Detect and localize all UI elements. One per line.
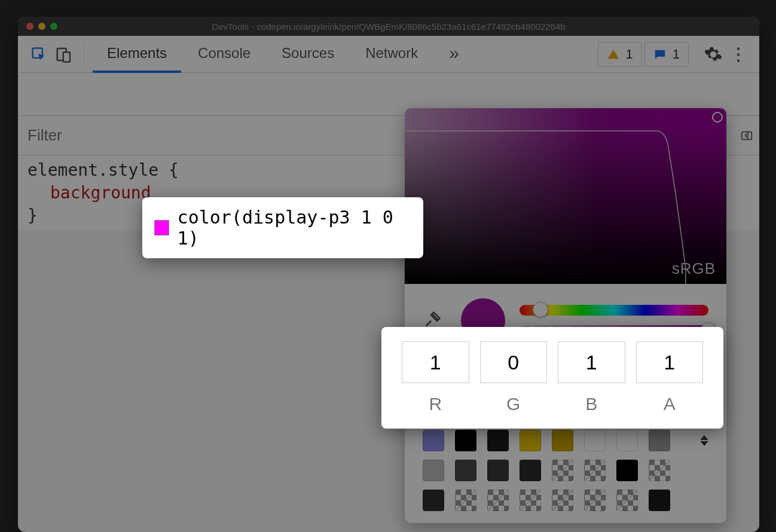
palette-swatch[interactable]: [487, 460, 509, 481]
svg-rect-3: [742, 132, 752, 139]
settings-icon[interactable]: [702, 45, 725, 64]
palette-swatch[interactable]: [616, 460, 638, 481]
palette-swatch[interactable]: [616, 490, 638, 511]
tab-elements[interactable]: Elements: [93, 36, 181, 73]
gamut-boundary: [405, 108, 726, 284]
palette-swatch[interactable]: [552, 460, 573, 481]
warnings-count: 1: [626, 47, 633, 62]
inspect-icon[interactable]: [28, 43, 50, 66]
g-input[interactable]: [480, 341, 548, 383]
css-property[interactable]: background: [28, 183, 151, 203]
color-swatch-icon[interactable]: [154, 220, 169, 236]
color-picker: sRGB: [405, 108, 726, 523]
palette-swatch[interactable]: [584, 430, 606, 451]
palette-swatch[interactable]: [649, 430, 670, 451]
palette-swatch[interactable]: [552, 490, 573, 511]
tabs-overflow[interactable]: »: [435, 36, 473, 73]
palette-swatch[interactable]: [487, 490, 509, 511]
tab-network[interactable]: Network: [351, 36, 432, 73]
palette-swatch[interactable]: [616, 430, 638, 451]
a-label: A: [664, 394, 676, 414]
minimize-icon[interactable]: [38, 23, 45, 30]
palette-swatch[interactable]: [552, 430, 573, 451]
r-label: R: [429, 394, 442, 414]
svg-rect-2: [63, 52, 70, 62]
spectrum-handle[interactable]: [712, 112, 723, 123]
window-title: DevTools - codepen.io/argyleink/pen/QWBg…: [18, 22, 759, 32]
palette-swatch[interactable]: [520, 430, 541, 451]
palette-swatch[interactable]: [520, 490, 541, 511]
palette-swatch[interactable]: [455, 460, 476, 481]
gamut-label: sRGB: [672, 259, 716, 278]
palette-row: [423, 460, 708, 481]
hue-thumb[interactable]: [533, 302, 548, 317]
palette-swatch[interactable]: [455, 490, 476, 511]
palette-swatch[interactable]: [584, 460, 606, 481]
palette-swatch[interactable]: [423, 490, 444, 511]
titlebar: DevTools - codepen.io/argyleink/pen/QWBg…: [18, 17, 759, 36]
g-label: G: [506, 394, 520, 414]
messages-chip[interactable]: 1: [644, 42, 689, 67]
palette-swatch[interactable]: [423, 430, 444, 451]
color-spectrum[interactable]: sRGB: [405, 108, 726, 284]
device-toggle-icon[interactable]: [53, 43, 75, 66]
palette-swatch[interactable]: [649, 490, 670, 511]
palette-expand-icon[interactable]: [700, 435, 708, 446]
hue-slider[interactable]: [520, 305, 708, 316]
styles-filter-input[interactable]: [28, 126, 207, 145]
devtools-window: DevTools - codepen.io/argyleink/pen/QWBg…: [18, 17, 759, 532]
palette-swatch[interactable]: [520, 460, 541, 481]
palette-swatch[interactable]: [455, 430, 476, 451]
palette-swatch[interactable]: [649, 460, 670, 481]
close-icon[interactable]: [26, 23, 33, 30]
palette-swatch[interactable]: [584, 490, 606, 511]
palette-row: [423, 430, 708, 451]
kebab-menu-icon[interactable]: ⋮: [727, 44, 750, 64]
b-label: B: [585, 394, 597, 414]
devtools-tabs: Elements Console Sources Network » 1 1 ⋮: [18, 36, 759, 73]
color-palettes: [405, 425, 726, 523]
messages-count: 1: [673, 47, 680, 62]
tab-console[interactable]: Console: [184, 36, 265, 73]
palette-swatch[interactable]: [487, 430, 509, 451]
palette-row: [423, 490, 708, 511]
maximize-icon[interactable]: [50, 23, 57, 30]
tab-sources[interactable]: Sources: [267, 36, 349, 73]
a-input[interactable]: [636, 341, 704, 383]
palette-swatch[interactable]: [423, 460, 444, 481]
b-input[interactable]: [558, 341, 625, 383]
rgba-inputs-popover: R G B A: [381, 327, 723, 429]
sidebar-toggle-icon[interactable]: [740, 129, 753, 142]
color-value-popover: color(display-p3 1 0 1): [142, 197, 423, 258]
r-input[interactable]: [402, 341, 469, 383]
warnings-chip[interactable]: 1: [598, 42, 642, 67]
color-value-text[interactable]: color(display-p3 1 0 1): [178, 207, 411, 249]
window-controls: [26, 23, 57, 30]
